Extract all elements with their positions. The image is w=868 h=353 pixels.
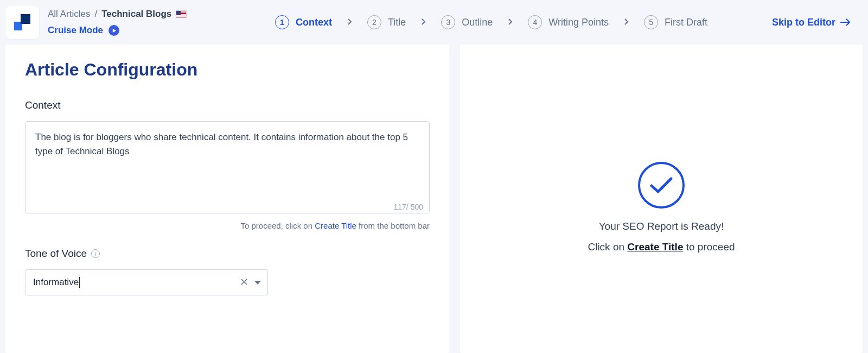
main-panels: Article Configuration Context The blog i… xyxy=(0,45,868,353)
breadcrumb-separator: / xyxy=(94,9,97,20)
step-number: 1 xyxy=(275,15,289,29)
page-title: Article Configuration xyxy=(25,60,430,80)
breadcrumb-current: Technical Blogs xyxy=(101,9,171,20)
svg-marker-2 xyxy=(112,28,116,32)
chevron-down-icon[interactable] xyxy=(251,275,262,290)
top-bar: All Articles / Technical Blogs Cruise Mo… xyxy=(0,0,868,45)
step-label: First Draft xyxy=(665,17,707,28)
tone-of-voice-select[interactable]: Informative xyxy=(25,269,268,295)
seo-ready-block: Your SEO Report is Ready! Click on Creat… xyxy=(588,162,735,253)
breadcrumb-root[interactable]: All Articles xyxy=(48,9,90,20)
step-label: Title xyxy=(388,17,406,28)
step-number: 3 xyxy=(441,15,455,29)
step-label: Outline xyxy=(462,17,493,28)
skip-to-editor-link[interactable]: Skip to Editor xyxy=(772,17,851,28)
step-outline[interactable]: 3Outline xyxy=(441,15,493,29)
context-label: Context xyxy=(25,99,430,111)
context-hint-suffix: from the bottom bar xyxy=(356,221,430,230)
seo-proceed-suffix: to proceed xyxy=(683,241,735,253)
tone-value: Informative xyxy=(33,277,237,288)
info-icon[interactable]: i xyxy=(91,249,100,258)
chevron-right-icon xyxy=(508,17,513,28)
arrow-right-icon xyxy=(840,18,851,26)
breadcrumb: All Articles / Technical Blogs xyxy=(48,9,210,20)
context-hint: To proceed, click on Create Title from t… xyxy=(25,221,430,230)
cruise-mode-label: Cruise Mode xyxy=(48,25,103,36)
step-number: 5 xyxy=(644,15,658,29)
context-char-count: 117/ 500 xyxy=(394,203,424,211)
breadcrumb-and-mode: All Articles / Technical Blogs Cruise Mo… xyxy=(48,9,210,36)
config-panel: Article Configuration Context The blog i… xyxy=(5,45,449,353)
step-label: Writing Points xyxy=(548,17,609,28)
step-number: 4 xyxy=(528,15,542,29)
context-hint-link: Create Title xyxy=(315,221,356,230)
step-number: 2 xyxy=(367,15,381,29)
step-title[interactable]: 2Title xyxy=(367,15,406,29)
play-icon xyxy=(108,25,119,36)
context-field-wrap: The blog is for bloggers who share techn… xyxy=(25,121,430,216)
chevron-right-icon xyxy=(421,17,426,28)
clear-icon[interactable] xyxy=(237,274,251,292)
seo-proceed-text: Click on Create Title to proceed xyxy=(588,241,735,253)
tone-label: Tone of Voice i xyxy=(25,248,430,260)
step-context[interactable]: 1Context xyxy=(275,15,332,29)
context-label-text: Context xyxy=(25,99,60,111)
chevron-right-icon xyxy=(347,17,352,28)
check-circle-icon xyxy=(638,162,685,209)
us-flag-icon xyxy=(176,10,187,18)
chevron-right-icon xyxy=(624,17,629,28)
svg-rect-1 xyxy=(21,14,30,24)
step-writing-points[interactable]: 4Writing Points xyxy=(528,15,609,29)
create-title-link[interactable]: Create Title xyxy=(627,241,683,253)
seo-panel: Your SEO Report is Ready! Click on Creat… xyxy=(460,45,863,353)
app-logo[interactable] xyxy=(5,5,39,39)
skip-to-editor-label: Skip to Editor xyxy=(772,17,835,28)
seo-proceed-prefix: Click on xyxy=(588,241,627,253)
tone-label-text: Tone of Voice xyxy=(25,248,87,260)
logo-icon xyxy=(14,14,30,30)
context-input[interactable]: The blog is for bloggers who share techn… xyxy=(25,121,430,213)
wizard-stepper: 1Context2Title3Outline4Writing Points5Fi… xyxy=(219,15,763,29)
step-first-draft[interactable]: 5First Draft xyxy=(644,15,707,29)
context-hint-prefix: To proceed, click on xyxy=(240,221,315,230)
seo-ready-text: Your SEO Report is Ready! xyxy=(599,220,724,232)
cruise-mode-toggle[interactable]: Cruise Mode xyxy=(48,25,210,36)
svg-marker-6 xyxy=(254,281,261,285)
step-label: Context xyxy=(296,17,332,28)
